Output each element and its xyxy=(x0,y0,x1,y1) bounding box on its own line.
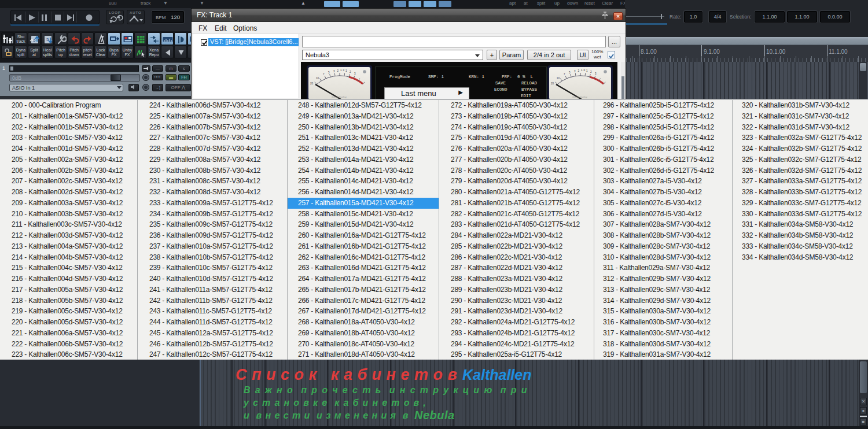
svg-text:3: 3 xyxy=(333,70,335,73)
svg-text:2: 2 xyxy=(590,71,592,73)
svg-text:2: 2 xyxy=(337,69,339,72)
svg-text:1: 1 xyxy=(345,69,347,72)
svg-text:2: 2 xyxy=(578,69,580,72)
svg-text:7: 7 xyxy=(323,73,325,76)
svg-text:SimulAnalog: SimulAnalog xyxy=(332,95,347,98)
svg-text:1: 1 xyxy=(586,69,588,72)
svg-text:7: 7 xyxy=(564,73,565,76)
svg-text:3: 3 xyxy=(595,72,597,75)
svg-text:0: 0 xyxy=(343,69,345,72)
svg-text:20: 20 xyxy=(310,82,314,85)
svg-text:20: 20 xyxy=(551,82,554,85)
svg-text:3: 3 xyxy=(354,72,356,75)
svg-text:10: 10 xyxy=(557,77,560,80)
svg-text:5: 5 xyxy=(328,71,330,74)
svg-text:2: 2 xyxy=(350,71,351,73)
svg-text:0: 0 xyxy=(584,69,586,72)
svg-text:5: 5 xyxy=(569,71,571,74)
svg-text:10: 10 xyxy=(316,77,319,80)
svg-text:SimulAnalog: SimulAnalog xyxy=(572,95,587,98)
svg-text:3: 3 xyxy=(574,70,576,73)
svg-text:1: 1 xyxy=(340,69,342,72)
svg-text:1: 1 xyxy=(581,69,583,72)
